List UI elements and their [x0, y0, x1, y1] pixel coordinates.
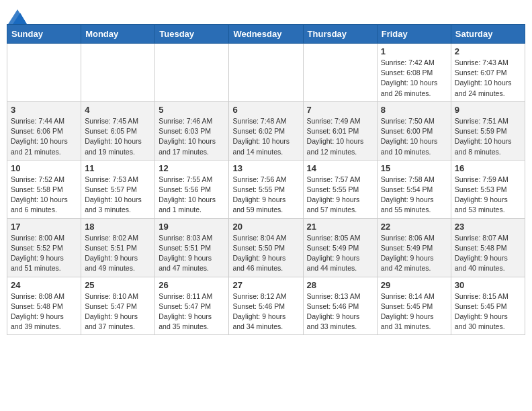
calendar-cell — [303, 44, 377, 102]
day-number: 7 — [307, 105, 373, 115]
calendar-cell — [155, 44, 229, 102]
day-info: Sunrise: 7:53 AM Sunset: 5:57 PM Dayligh… — [85, 175, 151, 216]
calendar-cell: 1Sunrise: 7:42 AM Sunset: 6:08 PM Daylig… — [377, 44, 451, 102]
calendar-cell: 5Sunrise: 7:46 AM Sunset: 6:03 PM Daylig… — [155, 101, 229, 160]
day-info: Sunrise: 8:02 AM Sunset: 5:51 PM Dayligh… — [85, 233, 151, 274]
day-info: Sunrise: 8:04 AM Sunset: 5:50 PM Dayligh… — [232, 233, 299, 274]
day-info: Sunrise: 7:59 AM Sunset: 5:53 PM Dayligh… — [455, 175, 521, 216]
day-info: Sunrise: 7:49 AM Sunset: 6:01 PM Dayligh… — [307, 116, 373, 157]
day-info: Sunrise: 8:15 AM Sunset: 5:45 PM Dayligh… — [455, 291, 521, 332]
day-number: 4 — [85, 105, 151, 115]
day-number: 19 — [159, 222, 225, 232]
day-number: 3 — [11, 105, 77, 115]
calendar-cell: 22Sunrise: 8:06 AM Sunset: 5:49 PM Dayli… — [377, 218, 451, 277]
calendar-cell — [81, 44, 155, 102]
calendar-cell: 8Sunrise: 7:50 AM Sunset: 6:00 PM Daylig… — [377, 101, 451, 160]
day-number: 10 — [11, 163, 77, 173]
day-number: 5 — [159, 105, 225, 115]
day-info: Sunrise: 7:44 AM Sunset: 6:06 PM Dayligh… — [11, 116, 77, 157]
day-info: Sunrise: 7:57 AM Sunset: 5:55 PM Dayligh… — [307, 175, 373, 216]
day-info: Sunrise: 7:48 AM Sunset: 6:02 PM Dayligh… — [232, 116, 299, 157]
calendar-cell: 21Sunrise: 8:05 AM Sunset: 5:49 PM Dayli… — [303, 218, 377, 277]
calendar-cell: 6Sunrise: 7:48 AM Sunset: 6:02 PM Daylig… — [229, 101, 303, 160]
day-info: Sunrise: 7:46 AM Sunset: 6:03 PM Dayligh… — [159, 116, 225, 157]
day-info: Sunrise: 8:13 AM Sunset: 5:46 PM Dayligh… — [307, 291, 373, 332]
day-number: 24 — [11, 280, 77, 290]
day-number: 27 — [232, 280, 299, 290]
calendar-cell: 18Sunrise: 8:02 AM Sunset: 5:51 PM Dayli… — [81, 218, 155, 277]
calendar-cell: 24Sunrise: 8:08 AM Sunset: 5:48 PM Dayli… — [7, 277, 81, 335]
day-number: 14 — [307, 163, 373, 173]
day-info: Sunrise: 7:45 AM Sunset: 6:05 PM Dayligh… — [85, 116, 151, 157]
day-number: 22 — [381, 222, 447, 232]
weekday-header: Saturday — [451, 25, 525, 44]
weekday-header: Friday — [377, 25, 451, 44]
calendar-week-row: 24Sunrise: 8:08 AM Sunset: 5:48 PM Dayli… — [7, 277, 525, 335]
calendar-week-row: 10Sunrise: 7:52 AM Sunset: 5:58 PM Dayli… — [7, 160, 525, 218]
day-info: Sunrise: 8:00 AM Sunset: 5:52 PM Dayligh… — [11, 233, 77, 274]
calendar-week-row: 3Sunrise: 7:44 AM Sunset: 6:06 PM Daylig… — [7, 101, 525, 160]
calendar-cell: 7Sunrise: 7:49 AM Sunset: 6:01 PM Daylig… — [303, 101, 377, 160]
calendar-cell: 23Sunrise: 8:07 AM Sunset: 5:48 PM Dayli… — [451, 218, 525, 277]
day-number: 23 — [455, 222, 521, 232]
day-info: Sunrise: 7:51 AM Sunset: 5:59 PM Dayligh… — [455, 116, 521, 157]
day-info: Sunrise: 7:58 AM Sunset: 5:54 PM Dayligh… — [381, 175, 447, 216]
day-info: Sunrise: 8:06 AM Sunset: 5:49 PM Dayligh… — [381, 233, 447, 274]
day-number: 28 — [307, 280, 373, 290]
weekday-header: Tuesday — [155, 25, 229, 44]
calendar-cell: 11Sunrise: 7:53 AM Sunset: 5:57 PM Dayli… — [81, 160, 155, 218]
day-number: 8 — [381, 105, 447, 115]
calendar-cell: 13Sunrise: 7:56 AM Sunset: 5:55 PM Dayli… — [229, 160, 303, 218]
calendar-cell: 4Sunrise: 7:45 AM Sunset: 6:05 PM Daylig… — [81, 101, 155, 160]
day-info: Sunrise: 8:08 AM Sunset: 5:48 PM Dayligh… — [11, 291, 77, 332]
calendar-cell: 27Sunrise: 8:12 AM Sunset: 5:46 PM Dayli… — [229, 277, 303, 335]
calendar-cell: 16Sunrise: 7:59 AM Sunset: 5:53 PM Dayli… — [451, 160, 525, 218]
calendar-cell: 28Sunrise: 8:13 AM Sunset: 5:46 PM Dayli… — [303, 277, 377, 335]
day-number: 16 — [455, 163, 521, 173]
day-number: 21 — [307, 222, 373, 232]
calendar-cell: 12Sunrise: 7:55 AM Sunset: 5:56 PM Dayli… — [155, 160, 229, 218]
day-number: 30 — [455, 280, 521, 290]
weekday-header: Thursday — [303, 25, 377, 44]
day-number: 1 — [381, 46, 447, 56]
calendar-cell: 10Sunrise: 7:52 AM Sunset: 5:58 PM Dayli… — [7, 160, 81, 218]
day-info: Sunrise: 8:12 AM Sunset: 5:46 PM Dayligh… — [232, 291, 299, 332]
weekday-header: Wednesday — [229, 25, 303, 44]
calendar-cell: 9Sunrise: 7:51 AM Sunset: 5:59 PM Daylig… — [451, 101, 525, 160]
calendar-cell: 14Sunrise: 7:57 AM Sunset: 5:55 PM Dayli… — [303, 160, 377, 218]
day-info: Sunrise: 7:43 AM Sunset: 6:07 PM Dayligh… — [455, 58, 521, 99]
day-number: 18 — [85, 222, 151, 232]
day-number: 9 — [455, 105, 521, 115]
calendar-cell: 30Sunrise: 8:15 AM Sunset: 5:45 PM Dayli… — [451, 277, 525, 335]
calendar-week-row: 1Sunrise: 7:42 AM Sunset: 6:08 PM Daylig… — [7, 44, 525, 102]
day-info: Sunrise: 7:55 AM Sunset: 5:56 PM Dayligh… — [159, 175, 225, 216]
calendar-table: SundayMondayTuesdayWednesdayThursdayFrid… — [7, 24, 525, 335]
calendar-cell: 26Sunrise: 8:11 AM Sunset: 5:47 PM Dayli… — [155, 277, 229, 335]
calendar-cell: 19Sunrise: 8:03 AM Sunset: 5:51 PM Dayli… — [155, 218, 229, 277]
logo — [7, 7, 27, 20]
day-info: Sunrise: 7:52 AM Sunset: 5:58 PM Dayligh… — [11, 175, 77, 216]
calendar-header-row: SundayMondayTuesdayWednesdayThursdayFrid… — [7, 25, 525, 44]
calendar-cell — [229, 44, 303, 102]
page-header — [7, 7, 525, 20]
day-number: 26 — [159, 280, 225, 290]
day-number: 11 — [85, 163, 151, 173]
day-info: Sunrise: 8:14 AM Sunset: 5:45 PM Dayligh… — [381, 291, 447, 332]
day-info: Sunrise: 8:10 AM Sunset: 5:47 PM Dayligh… — [85, 291, 151, 332]
day-info: Sunrise: 8:07 AM Sunset: 5:48 PM Dayligh… — [455, 233, 521, 274]
day-info: Sunrise: 8:03 AM Sunset: 5:51 PM Dayligh… — [159, 233, 225, 274]
day-number: 12 — [159, 163, 225, 173]
weekday-header: Sunday — [7, 25, 81, 44]
calendar-cell — [7, 44, 81, 102]
day-number: 29 — [381, 280, 447, 290]
day-info: Sunrise: 7:50 AM Sunset: 6:00 PM Dayligh… — [381, 116, 447, 157]
calendar-cell: 25Sunrise: 8:10 AM Sunset: 5:47 PM Dayli… — [81, 277, 155, 335]
calendar-cell: 3Sunrise: 7:44 AM Sunset: 6:06 PM Daylig… — [7, 101, 81, 160]
calendar-cell: 29Sunrise: 8:14 AM Sunset: 5:45 PM Dayli… — [377, 277, 451, 335]
day-number: 17 — [11, 222, 77, 232]
day-number: 25 — [85, 280, 151, 290]
calendar-week-row: 17Sunrise: 8:00 AM Sunset: 5:52 PM Dayli… — [7, 218, 525, 277]
calendar-cell: 15Sunrise: 7:58 AM Sunset: 5:54 PM Dayli… — [377, 160, 451, 218]
calendar-cell: 20Sunrise: 8:04 AM Sunset: 5:50 PM Dayli… — [229, 218, 303, 277]
day-info: Sunrise: 7:42 AM Sunset: 6:08 PM Dayligh… — [381, 58, 447, 99]
